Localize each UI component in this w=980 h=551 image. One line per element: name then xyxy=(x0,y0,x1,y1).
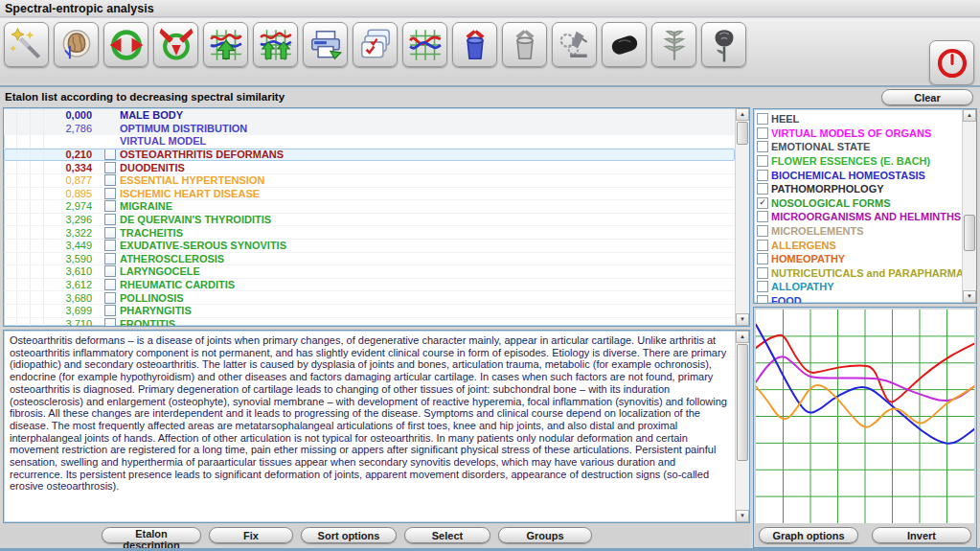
etalon-row[interactable]: 3,699PHARYNGITIS xyxy=(4,305,735,318)
etalon-checkbox[interactable] xyxy=(104,200,116,212)
category-item[interactable]: NUTRICEUTICALS and PARAPHARMACEUTICALS xyxy=(757,266,962,281)
category-checkbox[interactable] xyxy=(757,170,768,181)
clear-button[interactable]: Clear xyxy=(881,89,973,105)
category-checkbox[interactable] xyxy=(757,141,768,152)
category-item[interactable]: MICROELEMENTS xyxy=(757,224,962,239)
microscope-gears-button[interactable] xyxy=(552,22,597,67)
scroll-up-icon[interactable]: ▲ xyxy=(736,108,749,121)
category-checkbox[interactable] xyxy=(757,113,768,125)
etalon-row[interactable]: 0,877ESSENTIAL HYPERTENSION xyxy=(4,174,735,188)
category-item[interactable]: ALLERGENS xyxy=(757,238,962,252)
record-cards-button[interactable] xyxy=(353,22,398,67)
scroll-track[interactable] xyxy=(963,122,976,290)
category-checkbox[interactable] xyxy=(757,225,768,237)
etalon-checkbox[interactable] xyxy=(104,292,116,304)
category-item[interactable]: FLOWER ESSENCES (E. BACH) xyxy=(757,154,962,169)
scroll-thumb[interactable] xyxy=(737,122,748,145)
scroll-thumb[interactable] xyxy=(737,344,748,461)
groups-button[interactable]: Groups xyxy=(498,527,592,543)
category-item[interactable]: ALLOPATHY xyxy=(757,280,962,294)
category-checkbox[interactable] xyxy=(757,211,768,222)
chart-two-up-arrows-button[interactable] xyxy=(253,22,298,67)
etalon-row[interactable]: 3,322TRACHEITIS xyxy=(4,226,735,240)
category-checkbox[interactable] xyxy=(757,267,768,279)
split-arrows-button[interactable] xyxy=(153,22,198,67)
etalon-checkbox[interactable] xyxy=(104,253,116,264)
black-stone-button[interactable] xyxy=(602,22,647,67)
category-item[interactable]: BIOCHEMICAL HOMEOSTASIS xyxy=(757,168,962,182)
etalon-checkbox[interactable] xyxy=(104,318,116,326)
container-red-arrows-button[interactable] xyxy=(452,22,497,67)
etalon-checkbox[interactable] xyxy=(104,149,116,160)
category-checkbox[interactable] xyxy=(757,155,768,167)
category-item[interactable]: VIRTUAL MODELS OF ORGANS xyxy=(757,126,962,141)
category-checkbox[interactable]: ✓ xyxy=(757,197,768,209)
etalon-row[interactable]: 2,974MIGRAINE xyxy=(4,200,735,214)
magic-wand-button[interactable] xyxy=(4,22,49,67)
scroll-track[interactable] xyxy=(736,121,749,313)
category-item[interactable]: HOMEOPATHY xyxy=(757,252,962,266)
scroll-down-icon[interactable]: ▼ xyxy=(736,313,749,326)
chart-lines-button[interactable] xyxy=(402,22,447,67)
category-checkbox[interactable] xyxy=(757,240,768,251)
fix-button[interactable]: Fix xyxy=(209,527,293,543)
etalon-row[interactable]: VIRTUAL MODEL xyxy=(4,135,735,149)
sort-options-button[interactable]: Sort options xyxy=(301,527,397,543)
chart-up-arrow-button[interactable] xyxy=(203,22,248,67)
etalon-row[interactable]: 0,210OSTEOARTHRITIS DEFORMANS xyxy=(4,149,735,162)
select-button[interactable]: Select xyxy=(404,527,490,543)
etalon-row[interactable]: 0,895ISCHEMIC HEART DISEASE xyxy=(4,188,735,201)
etalon-row[interactable]: 3,612RHEUMATIC CARDITIS xyxy=(4,279,735,292)
category-item[interactable]: EMOTIONAL STATE xyxy=(757,140,962,154)
etalon-description-button[interactable]: Etalon description xyxy=(102,527,201,543)
category-checkbox[interactable] xyxy=(757,295,768,303)
etalon-row[interactable]: 2,786OPTIMUM DISTRIBUTION xyxy=(4,123,735,136)
etalon-row[interactable]: 3,680POLLINOSIS xyxy=(4,291,735,305)
graph-options-button[interactable]: Graph options xyxy=(759,527,858,543)
category-checkbox[interactable] xyxy=(757,253,768,264)
etalon-checkbox[interactable] xyxy=(104,174,116,186)
etalon-row[interactable]: 3,610LARYNGOCELE xyxy=(4,265,735,279)
description-scrollbar[interactable]: ▲ ▼ xyxy=(735,331,749,522)
category-scrollbar[interactable]: ▲ ▼ xyxy=(962,109,976,303)
category-item[interactable]: ✓NOSOLOGICAL FORMS xyxy=(757,196,962,211)
brain-button[interactable] xyxy=(54,22,99,67)
etalon-checkbox[interactable] xyxy=(104,162,116,173)
category-item[interactable]: MICROORGANISMS AND HELMINTHS xyxy=(757,210,962,224)
recycle-arrows-button[interactable] xyxy=(103,22,148,67)
container-gray-button[interactable] xyxy=(502,22,547,67)
flower-button[interactable] xyxy=(701,22,746,67)
etalon-checkbox[interactable] xyxy=(104,227,116,239)
category-item[interactable]: HEEL xyxy=(757,112,962,126)
scroll-thumb[interactable] xyxy=(964,215,975,251)
category-item[interactable]: PATHOMORPHOLOGY xyxy=(757,182,962,196)
category-checkbox[interactable] xyxy=(757,281,768,292)
etalon-row[interactable]: 3,449EXUDATIVE-SEROUS SYNOVITIS xyxy=(4,240,735,253)
exit-button[interactable] xyxy=(929,40,974,85)
scroll-track[interactable] xyxy=(736,343,749,510)
etalon-scrollbar[interactable]: ▲ ▼ xyxy=(735,108,749,326)
category-item[interactable]: FOOD xyxy=(757,294,962,303)
plant-button[interactable] xyxy=(651,22,696,67)
etalon-checkbox[interactable] xyxy=(104,305,116,316)
recycle-arrows-icon xyxy=(108,27,145,63)
scroll-up-icon[interactable]: ▲ xyxy=(736,331,749,343)
scroll-down-icon[interactable]: ▼ xyxy=(736,510,749,522)
etalon-row[interactable]: 3,590ATHEROSCLEROSIS xyxy=(4,253,735,266)
etalon-row[interactable]: 3,710FRONTITIS xyxy=(4,318,735,327)
scroll-down-icon[interactable]: ▼ xyxy=(963,290,976,303)
etalon-checkbox[interactable] xyxy=(104,240,116,251)
category-checkbox[interactable] xyxy=(757,127,768,139)
etalon-row[interactable]: 0,000MALE BODY xyxy=(4,109,735,123)
etalon-row[interactable]: 0,334DUODENITIS xyxy=(4,161,735,174)
etalon-checkbox[interactable] xyxy=(104,188,116,199)
etalon-checkbox[interactable] xyxy=(104,279,116,290)
etalon-checkbox[interactable] xyxy=(104,214,116,225)
invert-button[interactable]: Invert xyxy=(872,527,971,543)
scroll-up-icon[interactable]: ▲ xyxy=(963,109,976,122)
print-button[interactable] xyxy=(303,22,348,67)
etalon-checkbox[interactable] xyxy=(104,265,116,277)
category-checkbox[interactable] xyxy=(757,183,768,195)
etalon-row[interactable]: 3,296DE QUERVAIN'S THYROIDITIS xyxy=(4,214,735,227)
etalon-description-text: Osteoarthritis deformans – is a disease … xyxy=(4,331,735,522)
